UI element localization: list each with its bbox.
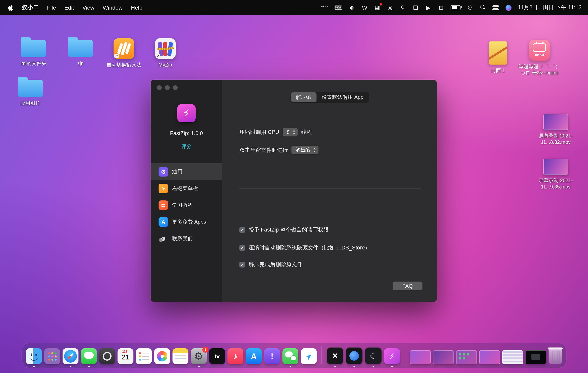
menu-edit[interactable]: Edit bbox=[64, 4, 74, 11]
tab-bar: 解压缩 设置默认解压 App bbox=[290, 92, 369, 103]
blue-circle-app-dock-icon[interactable] bbox=[346, 348, 363, 364]
desktop-icon-movie-832[interactable]: 屏幕录制 2021-11...8.32.mov bbox=[533, 114, 579, 146]
photos-dock-icon[interactable] bbox=[154, 348, 170, 364]
grid-icon[interactable]: ⊞ bbox=[438, 4, 444, 11]
desktop-icon-cover1[interactable]: 封面 1 bbox=[475, 42, 521, 74]
rate-link[interactable]: 评分 bbox=[151, 143, 222, 150]
safari-dock-icon[interactable] bbox=[63, 348, 78, 364]
fastzip-dock-icon[interactable] bbox=[384, 348, 400, 364]
word-icon[interactable]: W bbox=[361, 4, 368, 11]
close-button[interactable] bbox=[157, 85, 162, 90]
sidebar-item-general[interactable]: ⚙ 通用 bbox=[151, 163, 222, 180]
desktop-icon-label: 封面 1 bbox=[491, 67, 505, 74]
assistant-app-icon[interactable]: ☻ bbox=[349, 4, 355, 11]
menubar-clock[interactable]: 11月21日 周日 下午 11:13 bbox=[518, 4, 582, 11]
book-icon: ▤ bbox=[158, 201, 168, 210]
app-store-dock-icon[interactable] bbox=[246, 348, 262, 364]
play-icon[interactable]: ▶ bbox=[425, 4, 431, 11]
siri-icon[interactable] bbox=[505, 4, 512, 11]
sidebar-item-tutorial[interactable]: ▤ 学习教程 bbox=[151, 197, 222, 213]
desktop-icon-app-images-folder[interactable]: 应用图片 bbox=[7, 76, 53, 107]
moon-app-dock-icon[interactable] bbox=[365, 348, 382, 364]
reminders-dock-icon[interactable] bbox=[136, 348, 152, 364]
menubar-app-name[interactable]: 蚁小二 bbox=[22, 4, 39, 11]
key-icon[interactable]: ⚲ bbox=[399, 4, 406, 11]
window-thumb-6-dock-icon[interactable] bbox=[525, 350, 546, 364]
screen-record-icon[interactable]: ◉ bbox=[387, 4, 393, 11]
layers-icon[interactable]: ❏ bbox=[412, 4, 419, 11]
checkbox-grant-disk-access[interactable]: 授予 FastZip 整个磁盘的读写权限 bbox=[239, 226, 329, 234]
sidebar-item-context-menu[interactable]: ➤ 右键菜单栏 bbox=[151, 180, 222, 197]
purple-chat-app-dock-icon[interactable] bbox=[264, 348, 280, 364]
screen: lml的文件夹 zjn ↗ 自动切换输入法 ↗ MyZip 应用图片 bbox=[0, 0, 588, 373]
window-thumb-4-dock-icon[interactable] bbox=[479, 350, 500, 364]
dropdown-arrows-icon[interactable] bbox=[314, 148, 316, 152]
menu-window[interactable]: Window bbox=[103, 4, 123, 11]
cpu-thread-value: 8 bbox=[287, 129, 290, 135]
checkbox-remove-hidden-files[interactable]: 压缩时自动删除系统隐藏文件（比如：.DS_Store） bbox=[239, 244, 370, 251]
tab-decompress[interactable]: 解压缩 bbox=[291, 92, 316, 102]
minimize-button[interactable] bbox=[165, 85, 170, 90]
desktop-icon-label: zjn bbox=[77, 60, 84, 67]
apple-icon bbox=[7, 5, 13, 11]
paper-plane-app-dock-icon[interactable] bbox=[301, 348, 317, 364]
desktop-icon-movie-935[interactable]: 屏幕录制 2021-11...9.35.mov bbox=[533, 159, 579, 190]
window-thumb-3-dock-icon[interactable] bbox=[456, 350, 477, 364]
sidebar-list: ⚙ 通用 ➤ 右键菜单栏 ▤ 学习教程 A 更多免费 Apps bbox=[151, 163, 222, 247]
account-icon[interactable]: ⚇ bbox=[467, 4, 473, 11]
system-preferences-dock-icon[interactable]: 1 bbox=[191, 348, 207, 364]
menu-help[interactable]: Help bbox=[131, 4, 142, 11]
window-thumb-5-dock-icon[interactable] bbox=[502, 350, 523, 364]
trash-dock-icon[interactable] bbox=[548, 348, 562, 364]
menu-file[interactable]: File bbox=[47, 4, 56, 11]
capcut-icon[interactable]: ▦ bbox=[374, 4, 380, 11]
checkbox-checked-icon[interactable] bbox=[239, 262, 245, 267]
desktop-icon-bilibili[interactable]: bilibili 哔哩哔哩（゜-゜）つロ 干杯~-bilibili bbox=[516, 40, 563, 76]
cpu-thread-stepper[interactable]: 8 bbox=[283, 128, 298, 136]
zoom-button[interactable] bbox=[173, 85, 178, 90]
folder-icon bbox=[18, 80, 43, 97]
desktop-icon-zjn-folder[interactable]: zjn bbox=[57, 36, 104, 67]
tab-default-app[interactable]: 设置默认解压 App bbox=[317, 92, 368, 102]
messages-dock-icon[interactable] bbox=[81, 348, 97, 364]
double-click-action-dropdown[interactable]: 解压缩 bbox=[291, 146, 318, 154]
checkbox-delete-original[interactable]: 解压完成后删除原文件 bbox=[239, 261, 302, 268]
desktop-icon-label: 屏幕录制 2021-11...8.32.mov bbox=[533, 133, 579, 146]
calendar-dock-icon[interactable]: 11月21 bbox=[117, 348, 134, 364]
search-icon[interactable] bbox=[480, 4, 486, 11]
stepper-arrows-icon[interactable] bbox=[293, 130, 295, 134]
window-content: 解压缩 设置默认解压 App 压缩时调用 CPU 8 线程 双击压缩文件时进行 … bbox=[222, 80, 437, 302]
dock: 11月211 bbox=[21, 343, 567, 368]
desktop-icon-auto-switch-input[interactable]: ↗ 自动切换输入法 bbox=[101, 38, 147, 68]
running-indicator bbox=[354, 366, 355, 367]
desktop-icon-label: lml的文件夹 bbox=[20, 60, 47, 67]
cursor-icon: ➤ bbox=[158, 184, 168, 193]
wechat-menubar-icon[interactable]: ❝2 bbox=[321, 4, 328, 11]
desktop: lml的文件夹 zjn ↗ 自动切换输入法 ↗ MyZip 应用图片 bbox=[0, 0, 588, 373]
window-thumb-1-dock-icon[interactable] bbox=[410, 350, 431, 364]
battery-icon[interactable] bbox=[451, 4, 461, 11]
control-center-icon[interactable] bbox=[492, 4, 499, 11]
menu-view[interactable]: View bbox=[82, 4, 94, 11]
input-switcher-app-icon: ↗ bbox=[114, 38, 134, 59]
finder-dock-icon[interactable] bbox=[26, 348, 42, 364]
apple-menu[interactable] bbox=[7, 4, 13, 11]
music-dock-icon[interactable] bbox=[228, 348, 243, 364]
launchpad-dock-icon[interactable] bbox=[44, 348, 60, 364]
sidebar-item-more-apps[interactable]: A 更多免费 Apps bbox=[151, 213, 222, 230]
screenshot-app-dock-icon[interactable] bbox=[99, 348, 115, 364]
notification-dot bbox=[380, 3, 382, 6]
keyboard-icon[interactable]: ⌨ bbox=[334, 4, 342, 11]
checkbox-checked-icon[interactable] bbox=[239, 245, 245, 251]
faq-button[interactable]: FAQ bbox=[393, 282, 422, 290]
dark-utility-app-dock-icon[interactable] bbox=[327, 348, 343, 364]
sidebar-item-contact-us[interactable]: ☻ 联系我们 bbox=[151, 230, 222, 247]
checkbox-checked-icon[interactable] bbox=[239, 227, 245, 233]
window-thumb-2-dock-icon[interactable] bbox=[433, 350, 454, 364]
apple-tv-dock-icon[interactable] bbox=[209, 348, 225, 364]
desktop-icon-lml-folder[interactable]: lml的文件夹 bbox=[10, 36, 57, 67]
desktop-icon-myzip[interactable]: ↗ MyZip bbox=[142, 38, 189, 68]
sidebar-item-label: 更多免费 Apps bbox=[172, 218, 206, 225]
wechat-dock-icon[interactable] bbox=[283, 348, 298, 364]
notes-dock-icon[interactable] bbox=[172, 348, 189, 364]
